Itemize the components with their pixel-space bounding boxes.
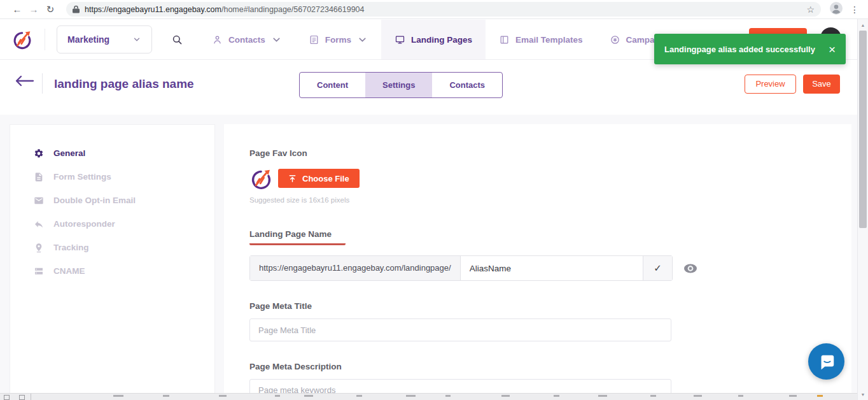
- nav-item-label: Contacts: [228, 35, 265, 45]
- sidebar-item-label: Double Opt-in Email: [53, 196, 136, 205]
- url-prefix: https://engagebayru11.engagebay.com/land…: [250, 256, 461, 280]
- chevron-down-icon: [271, 34, 282, 45]
- location-pin-icon: [34, 243, 44, 253]
- chat-messenger-button[interactable]: [808, 343, 844, 380]
- choose-file-button[interactable]: Choose File: [278, 169, 360, 188]
- alias-input-group: https://engagebayru11.engagebay.com/land…: [249, 255, 673, 281]
- divider: [31, 394, 31, 400]
- fav-icon-label: Page Fav Icon: [249, 148, 851, 158]
- chevron-down-icon: [357, 34, 368, 45]
- engagebay-logo-icon[interactable]: [11, 29, 33, 50]
- vertical-scrollbar[interactable]: ▲ ▼: [857, 19, 868, 400]
- browser-forward-icon[interactable]: →: [25, 4, 42, 15]
- url-host: https://engagebayru11.engagebay.com: [85, 5, 221, 14]
- landing-pages-icon: [395, 34, 405, 45]
- sidebar-item-label: Autoresponder: [53, 219, 115, 229]
- sidebar-item-tracking[interactable]: Tracking: [10, 236, 214, 259]
- page-title: landing page alias name: [54, 77, 194, 91]
- product-switcher-label: Marketing: [67, 34, 109, 45]
- cut-off-content-strip: [0, 393, 857, 400]
- sidebar-item-label: Tracking: [53, 243, 89, 252]
- checkbox-partial: [19, 395, 25, 400]
- fav-icon-hint: Suggested size is 16x16 pixels: [249, 196, 851, 204]
- reply-arrow-icon: [34, 219, 44, 229]
- forms-icon: [309, 34, 319, 45]
- nav-item-label: Email Templates: [515, 35, 583, 45]
- sidebar-item-autoresponder[interactable]: Autoresponder: [10, 212, 214, 236]
- scroll-up-icon[interactable]: ▲: [858, 23, 868, 27]
- scroll-down-icon[interactable]: ▼: [858, 392, 868, 397]
- document-icon: [34, 172, 44, 182]
- browser-reload-icon[interactable]: ↻: [42, 4, 59, 15]
- contacts-icon: [212, 34, 223, 45]
- settings-sidebar: General Form Settings Double Opt-in Emai…: [10, 124, 215, 400]
- sidebar-item-label: Form Settings: [53, 172, 111, 182]
- browser-profile-avatar[interactable]: [830, 2, 843, 17]
- sidebar-item-label: CNAME: [53, 266, 85, 276]
- nav-item-email-templates[interactable]: Email Templates: [486, 20, 596, 59]
- alias-name-input[interactable]: [461, 256, 643, 280]
- choose-file-label: Choose File: [302, 174, 349, 183]
- email-templates-icon: [499, 34, 510, 45]
- check-icon: ✓: [654, 262, 662, 274]
- checkbox-partial: [4, 395, 10, 400]
- sidebar-item-label: General: [53, 148, 85, 158]
- nav-item-forms[interactable]: Forms: [295, 20, 381, 59]
- gear-icon: [34, 148, 44, 159]
- sidebar-item-cname[interactable]: CNAME: [10, 259, 214, 283]
- nav-divider: [45, 29, 45, 50]
- nav-item-landing-pages[interactable]: Landing Pages: [381, 20, 486, 59]
- success-toast: Landingpage alias added successfully ×: [654, 34, 846, 64]
- header-divider: [42, 73, 43, 94]
- confirm-alias-button[interactable]: ✓: [643, 256, 672, 280]
- scrollbar-thumb[interactable]: [859, 31, 867, 228]
- preview-button[interactable]: Preview: [745, 75, 796, 94]
- toast-close-icon[interactable]: ×: [829, 43, 836, 55]
- meta-description-label: Page Meta Description: [249, 362, 851, 371]
- bookmark-star-icon[interactable]: ☆: [806, 4, 815, 15]
- screen: ← → ↻ https://engagebayru11.engagebay.co…: [0, 0, 868, 400]
- campaigns-icon: [610, 34, 620, 45]
- meta-title-input[interactable]: [249, 318, 671, 341]
- page-header: landing page alias name Content Settings…: [0, 60, 857, 115]
- search-icon[interactable]: [171, 34, 183, 46]
- back-arrow-icon[interactable]: [15, 75, 34, 87]
- lock-icon: [73, 5, 80, 13]
- chat-bubble-icon: [817, 352, 836, 371]
- fav-icon-row: Choose File: [249, 167, 851, 190]
- product-switcher[interactable]: Marketing: [57, 25, 152, 54]
- sidebar-item-general[interactable]: General: [10, 141, 214, 165]
- nav-item-contacts[interactable]: Contacts: [199, 20, 295, 59]
- settings-form-panel: Page Fav Icon Choose File Suggested size…: [224, 124, 851, 400]
- tab-settings[interactable]: Settings: [365, 73, 432, 97]
- nav-item-label: Forms: [325, 35, 351, 45]
- address-bar[interactable]: https://engagebayru11.engagebay.com/home…: [66, 2, 821, 17]
- meta-title-label: Page Meta Title: [249, 301, 851, 311]
- browser-menu-icon[interactable]: ⋮: [850, 4, 859, 15]
- landing-page-name-label: Landing Page Name: [249, 229, 346, 245]
- landing-page-name-row: https://engagebayru11.engagebay.com/land…: [249, 255, 851, 281]
- server-icon: [34, 266, 44, 276]
- sidebar-item-form-settings[interactable]: Form Settings: [10, 165, 214, 189]
- chevron-down-icon: [132, 35, 141, 44]
- eye-icon[interactable]: [683, 264, 697, 273]
- tab-content[interactable]: Content: [300, 73, 365, 97]
- fav-icon-preview: [249, 167, 273, 190]
- nav-item-label: Landing Pages: [411, 35, 472, 45]
- browser-back-icon[interactable]: ←: [9, 4, 25, 15]
- tab-contacts[interactable]: Contacts: [432, 73, 502, 97]
- save-button[interactable]: Save: [803, 75, 840, 94]
- content-area: General Form Settings Double Opt-in Emai…: [0, 115, 857, 400]
- url-path: /home#landingpage/5670272346619904: [221, 5, 365, 14]
- browser-toolbar: ← → ↻ https://engagebayru11.engagebay.co…: [0, 0, 868, 19]
- tab-group: Content Settings Contacts: [299, 72, 503, 98]
- envelope-icon: [34, 196, 44, 206]
- sidebar-item-double-opt-in-email[interactable]: Double Opt-in Email: [10, 189, 214, 212]
- person-icon: [830, 2, 843, 15]
- upload-icon: [288, 175, 297, 183]
- nav-items: Contacts Forms Landing Pages: [199, 20, 702, 59]
- toast-message: Landingpage alias added successfully: [664, 45, 815, 54]
